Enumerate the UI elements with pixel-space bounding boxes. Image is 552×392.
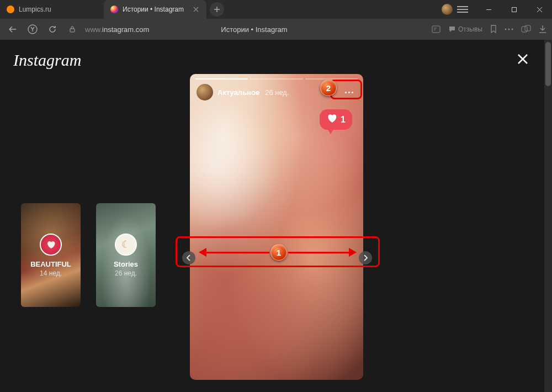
- menu-icon[interactable]: [457, 6, 468, 13]
- url-prefix: www.: [85, 25, 102, 34]
- new-tab-button[interactable]: [210, 2, 224, 17]
- heart-icon: [326, 113, 337, 126]
- favicon-icon: [7, 6, 14, 13]
- tab-title: Lumpics.ru: [19, 6, 51, 13]
- url-domain: instagram.com: [102, 25, 149, 34]
- annotation-arrowhead-icon: [199, 248, 206, 257]
- browser-addressbar: www.instagram.com Истории • Instagram От…: [0, 19, 552, 40]
- window-controls: [442, 0, 552, 19]
- browser-titlebar: Lumpics.ru Истории • Instagram: [0, 0, 552, 19]
- yandex-icon[interactable]: [25, 22, 40, 36]
- downloads-icon[interactable]: [539, 25, 546, 34]
- svg-point-4: [505, 29, 507, 30]
- story-avatar-icon: [40, 234, 62, 256]
- story-time: 26 нед.: [115, 269, 137, 277]
- svg-rect-3: [432, 26, 440, 33]
- vertical-scrollbar[interactable]: [544, 40, 552, 392]
- scrollbar-thumb[interactable]: [545, 42, 551, 86]
- tab-close-icon[interactable]: [192, 6, 200, 13]
- annotation-badge: 1: [270, 244, 287, 261]
- annotation-arrow: [288, 252, 350, 253]
- story-label: BEAUTIFUL: [30, 260, 71, 268]
- reload-button[interactable]: [45, 22, 60, 36]
- progress-segment: [250, 78, 302, 80]
- story-username[interactable]: Актуальное: [217, 88, 259, 97]
- story-progress-bar: [195, 78, 358, 80]
- main-story-card[interactable]: Актуальное 26 нед. 1: [190, 74, 363, 380]
- addressbar-right: Отзывы: [432, 25, 546, 34]
- page-title: Истории • Instagram: [221, 25, 287, 34]
- browser-tab-active[interactable]: Истории • Instagram: [104, 0, 206, 19]
- window-close-button[interactable]: [527, 0, 552, 19]
- close-story-button[interactable]: [514, 51, 531, 67]
- page-viewport: Instagram BEAUTIFUL 14 нед. ☾ Stories 26…: [0, 40, 544, 392]
- story-avatar-icon: ☾: [115, 234, 137, 256]
- story-time: 14 нед.: [40, 269, 62, 277]
- like-reaction-bubble: 1: [320, 109, 352, 130]
- window-minimize-button[interactable]: [476, 0, 501, 19]
- url-display[interactable]: www.instagram.com: [85, 25, 149, 34]
- more-icon[interactable]: [505, 28, 513, 30]
- annotation-badge: 2: [320, 80, 337, 96]
- story-prev-button[interactable]: [182, 251, 195, 264]
- browser-tab-inactive[interactable]: Lumpics.ru: [0, 0, 104, 19]
- story-timestamp: 26 нед.: [265, 88, 289, 97]
- annotation-arrow: [204, 252, 269, 253]
- svg-point-5: [508, 29, 510, 30]
- back-button[interactable]: [6, 22, 20, 36]
- story-user-avatar[interactable]: [197, 84, 213, 100]
- svg-point-6: [512, 29, 513, 30]
- story-thumbnail[interactable]: ☾ Stories 26 нед.: [96, 203, 156, 307]
- progress-segment: [305, 78, 358, 80]
- annotation-arrowhead-icon: [349, 248, 357, 257]
- tab-title: Истории • Instagram: [123, 6, 184, 13]
- lock-icon[interactable]: [65, 22, 79, 36]
- window-maximize-button[interactable]: [501, 0, 527, 19]
- story-next-button[interactable]: [359, 251, 372, 264]
- profile-avatar-icon[interactable]: [442, 4, 453, 15]
- like-count: 1: [341, 115, 346, 125]
- story-more-button[interactable]: [342, 88, 357, 97]
- bookmark-icon[interactable]: [490, 25, 497, 34]
- instagram-logo[interactable]: Instagram: [13, 51, 81, 70]
- favicon-icon: [110, 6, 118, 13]
- extensions-icon[interactable]: [521, 25, 531, 34]
- progress-segment: [195, 78, 248, 80]
- svg-rect-0: [512, 7, 516, 12]
- svg-rect-2: [70, 29, 75, 32]
- reader-icon[interactable]: [432, 25, 440, 33]
- reviews-button[interactable]: Отзывы: [448, 25, 482, 33]
- story-thumbnail[interactable]: BEAUTIFUL 14 нед.: [21, 203, 81, 307]
- story-label: Stories: [114, 260, 138, 268]
